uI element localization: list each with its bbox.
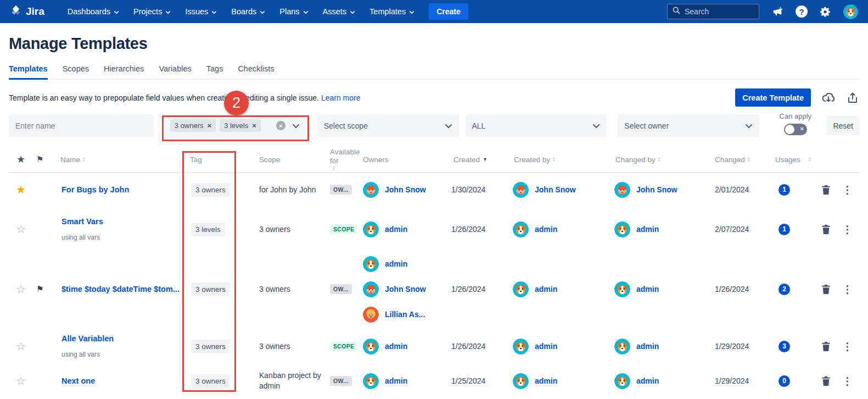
column-header-changed-by[interactable]: Changed by ▲▼ [607,156,708,164]
template-name-link[interactable]: Next one [56,376,183,385]
column-header-created-by[interactable]: Created by ▲▼ [505,156,607,164]
delete-button[interactable] [821,224,831,235]
nav-item-boards[interactable]: Boards [231,7,265,16]
import-cloud-icon[interactable] [821,91,836,105]
more-actions-button[interactable]: ⋮ [842,375,853,387]
column-header-name[interactable]: Name ▲▼ [53,156,187,164]
name-filter-input[interactable] [9,114,154,137]
remove-chip-icon[interactable]: × [252,121,256,130]
user-link[interactable]: admin [385,342,407,351]
user-avatar[interactable] [843,4,858,19]
can-apply-toggle[interactable]: × [784,124,807,135]
user-link[interactable]: admin [636,376,659,385]
user-link[interactable]: Lillian As... [385,310,425,319]
reset-button[interactable]: Reset [827,116,859,135]
export-share-icon[interactable] [846,91,859,104]
tag-chip-3-levels[interactable]: 3 levels × [220,119,261,132]
tab-templates[interactable]: Templates [9,64,48,80]
chevron-down-icon [592,121,600,130]
scope-filter-select[interactable]: Select scope [317,114,459,137]
tag-cell: 3 owners [187,282,253,296]
star-outline-icon[interactable]: ☆ [9,223,33,236]
more-actions-button[interactable]: ⋮ [842,340,853,353]
search-input[interactable] [685,7,745,16]
tab-variables[interactable]: Variables [159,64,191,79]
owners-cell: John Snow [360,182,445,198]
nav-item-issues[interactable]: Issues [185,7,217,16]
column-header-owners[interactable]: Owners [360,156,445,164]
learn-more-link[interactable]: Learn more [321,93,361,102]
more-actions-button[interactable]: ⋮ [842,223,853,236]
available-for-cell: OW... [327,284,360,294]
column-header-available-for[interactable]: Available for ▲▼ [327,148,360,171]
user-link[interactable]: admin [636,225,659,234]
delete-button[interactable] [821,185,831,195]
star-column-header[interactable]: ★ [9,153,33,165]
create-template-button[interactable]: Create Template [735,88,811,107]
avatar-admin [363,373,379,389]
avatar-john-snow [363,281,379,297]
user-link[interactable]: John Snow [385,285,426,293]
user-link[interactable]: admin [535,225,557,234]
nav-item-templates[interactable]: Templates [369,7,415,16]
sort-icon: ▲▼ [658,157,661,162]
avatar-john-snow [513,182,529,198]
remove-chip-icon[interactable]: × [208,121,212,130]
sort-icon: ▲▼ [747,157,751,162]
clear-tags-icon[interactable]: × [276,121,285,130]
user-link[interactable]: admin [385,376,407,385]
nav-item-plans[interactable]: Plans [279,7,308,16]
user-link[interactable]: admin [636,285,659,293]
more-actions-button[interactable]: ⋮ [842,283,853,296]
flag-icon[interactable]: ⚑ [33,284,53,294]
user-link[interactable]: admin [535,376,557,385]
star-filled-icon[interactable]: ★ [9,183,33,196]
tab-tags[interactable]: Tags [206,64,223,79]
help-icon[interactable]: ? [796,5,808,18]
tag-filter-select[interactable]: 3 owners ×3 levels × × [165,114,305,137]
user-link[interactable]: admin [385,259,407,268]
flag-column-header[interactable]: ⚑ [33,154,53,164]
star-outline-icon[interactable]: ☆ [9,340,33,353]
user-link[interactable]: admin [535,285,557,293]
user-link[interactable]: admin [535,342,557,351]
column-header-created[interactable]: Created ▼ [445,156,505,164]
column-header-changed[interactable]: Changed ▲▼ [708,156,769,164]
nav-item-assets[interactable]: Assets [323,7,356,16]
type-filter-select[interactable]: ALL [466,114,607,137]
tab-checklists[interactable]: Checklists [238,64,274,79]
template-name-link[interactable]: Alle Variablen [56,334,183,343]
delete-button[interactable] [821,284,831,295]
delete-button[interactable] [821,376,831,386]
tab-scopes[interactable]: Scopes [63,64,89,79]
template-name-link[interactable]: Smart Vars [56,217,183,226]
column-header-usages[interactable]: Usages ▲▼ [769,156,818,164]
column-header-tag[interactable]: Tag [187,156,253,164]
more-actions-button[interactable]: ⋮ [842,184,853,196]
megaphone-icon[interactable] [771,5,783,18]
user-link[interactable]: admin [385,225,407,234]
tag-chip-3-owners[interactable]: 3 owners × [170,119,216,132]
user-link[interactable]: John Snow [385,185,426,194]
nav-item-projects[interactable]: Projects [133,7,171,16]
user-link[interactable]: John Snow [636,185,677,194]
star-outline-icon[interactable]: ☆ [9,374,33,387]
template-name-link[interactable]: $time $today $dateTime $tom... [56,285,183,293]
user-link[interactable]: admin [636,342,659,351]
name-cell: $time $today $dateTime $tom... [53,285,187,293]
nav-item-dashboards[interactable]: Dashboards [68,7,119,16]
owner-filter-select[interactable]: Select owner [618,114,759,137]
template-name-link[interactable]: For Bugs by John [56,185,183,194]
tab-hierarchies[interactable]: Hierarchies [104,64,144,79]
user-link[interactable]: John Snow [535,185,576,194]
jira-logo[interactable]: Jira [10,4,44,19]
nav-create-button[interactable]: Create [429,3,468,20]
avatar-admin [363,256,379,272]
search-box[interactable] [667,4,759,19]
gear-icon[interactable] [820,6,831,18]
column-header-scope[interactable]: Scope [253,156,327,164]
sort-desc-icon: ▼ [483,157,488,162]
star-outline-icon[interactable]: ☆ [9,282,33,296]
delete-button[interactable] [821,341,831,352]
changed-date: 1/29/2024 [708,342,769,351]
